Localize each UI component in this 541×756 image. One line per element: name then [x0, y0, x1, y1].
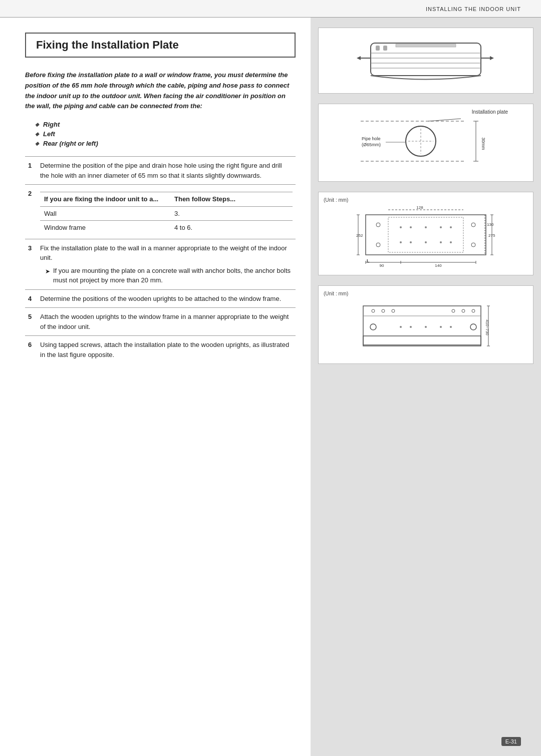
bullet-right: Right — [35, 121, 296, 128]
step-1-num: 1 — [25, 157, 37, 185]
diagram-2-svg: 30mm Pipe hole (Ø65mm) — [356, 111, 496, 176]
sub-row-wall: Wall 3. — [40, 206, 293, 221]
svg-text:252: 252 — [356, 233, 363, 238]
step-4-content: Determine the positions of the wooden up… — [37, 289, 296, 308]
diagram-1-box — [318, 28, 533, 94]
diagram-3-svg: 252 275 128 90 140 — [356, 205, 496, 270]
step-3-text: Fix the installation plate to the wall i… — [40, 244, 287, 262]
step-4-row: 4 Determine the positions of the wooden … — [25, 289, 296, 308]
bullet-left: Left — [35, 130, 296, 138]
step-2-num: 2 — [25, 185, 37, 239]
svg-point-28 — [471, 223, 475, 227]
step-6-content: Using tapped screws, attach the installa… — [37, 336, 296, 364]
svg-point-34 — [440, 226, 442, 228]
svg-rect-30 — [388, 217, 463, 252]
sub-cell-wall-value: 3. — [170, 206, 293, 221]
svg-text:Pipe hole: Pipe hole — [362, 136, 381, 141]
svg-point-32 — [410, 226, 412, 228]
step-2-content: If you are fixing the indoor unit to a..… — [37, 185, 296, 239]
svg-point-70 — [470, 324, 476, 330]
step-1-content: Determine the position of the pipe and d… — [37, 157, 296, 185]
svg-point-69 — [370, 324, 376, 330]
step-4-num: 4 — [25, 289, 37, 308]
sub-cell-window-value: 4 to 6. — [170, 221, 293, 235]
step-3-row: 3 Fix the installation plate to the wall… — [25, 239, 296, 289]
svg-text:L: L — [367, 258, 370, 263]
intro-text: Before fixing the installation plate to … — [25, 70, 296, 112]
svg-text:128: 128 — [416, 205, 423, 210]
step-3-num: 3 — [25, 239, 37, 289]
step-5-num: 5 — [25, 308, 37, 336]
header-bar: Installing the Indoor Unit — [0, 0, 541, 18]
bullet-rear: Rear (right or left) — [35, 140, 296, 147]
svg-point-63 — [372, 309, 375, 312]
svg-point-33 — [425, 226, 427, 228]
step-3-content: Fix the installation plate to the wall i… — [37, 239, 296, 289]
step-3-note: If you are mounting the plate on a concr… — [45, 266, 293, 285]
svg-point-40 — [450, 241, 452, 243]
steps-table: 1 Determine the position of the pipe and… — [25, 156, 296, 363]
step-2-table: If you are fixing the indoor unit to a..… — [40, 192, 293, 235]
diagram2-install-label: Installation plate — [472, 109, 508, 115]
step-6-row: 6 Using tapped screws, attach the instal… — [25, 336, 296, 364]
svg-point-29 — [471, 243, 475, 247]
svg-point-67 — [462, 309, 465, 312]
svg-point-39 — [440, 241, 442, 243]
svg-marker-11 — [490, 56, 494, 60]
svg-text:130: 130 — [487, 222, 494, 227]
svg-point-35 — [450, 226, 452, 228]
sub-cell-window-label: Window frame — [40, 221, 170, 235]
svg-point-37 — [410, 241, 412, 243]
page-title: Fixing the Installation Plate — [36, 39, 285, 52]
step-2-row: 2 If you are fixing the indoor unit to a… — [25, 185, 296, 239]
svg-point-36 — [400, 241, 402, 243]
diagram-4-svg: 410~730 — [356, 298, 496, 358]
diagram-4-box: (Unit : mm) — [318, 285, 533, 364]
diagram-3-box: (Unit : mm) — [318, 192, 533, 275]
svg-rect-7 — [396, 44, 456, 47]
right-column: Installation plate 30mm — [311, 18, 541, 756]
svg-rect-25 — [366, 215, 486, 255]
svg-point-31 — [400, 226, 402, 228]
sub-table-header: If you are fixing the indoor unit to a..… — [40, 192, 293, 207]
svg-text:90: 90 — [380, 263, 384, 268]
svg-point-26 — [376, 223, 380, 227]
svg-point-64 — [382, 309, 385, 312]
svg-marker-9 — [357, 56, 361, 60]
svg-point-38 — [425, 241, 427, 243]
svg-point-72 — [410, 326, 412, 328]
svg-rect-61 — [363, 306, 481, 346]
svg-rect-6 — [383, 46, 387, 51]
content-area: Fixing the Installation Plate Before fix… — [0, 18, 541, 756]
svg-point-66 — [452, 309, 455, 312]
svg-point-65 — [392, 309, 395, 312]
svg-text:(Ø65mm): (Ø65mm) — [362, 142, 381, 147]
svg-text:410~730: 410~730 — [485, 319, 489, 335]
section-title: Installing the Indoor Unit — [426, 6, 521, 12]
svg-text:275: 275 — [488, 233, 495, 238]
sub-cell-wall-label: Wall — [40, 206, 170, 221]
svg-rect-76 — [363, 336, 481, 345]
svg-point-71 — [400, 326, 402, 328]
svg-text:30mm: 30mm — [481, 137, 486, 150]
svg-point-73 — [425, 326, 427, 328]
left-column: Fixing the Installation Plate Before fix… — [0, 18, 311, 756]
step-6-num: 6 — [25, 336, 37, 364]
step-1-row: 1 Determine the position of the pipe and… — [25, 157, 296, 185]
diagram4-unit-label: (Unit : mm) — [324, 291, 528, 296]
svg-point-75 — [450, 326, 452, 328]
sub-header-right: Then follow Steps... — [170, 192, 293, 207]
step-5-content: Attach the wooden uprights to the window… — [37, 308, 296, 336]
bullet-list: Right Left Rear (right or left) — [35, 121, 296, 147]
step-5-row: 5 Attach the wooden uprights to the wind… — [25, 308, 296, 336]
sub-row-window: Window frame 4 to 6. — [40, 221, 293, 235]
sub-header-left: If you are fixing the indoor unit to a..… — [40, 192, 170, 207]
svg-rect-5 — [376, 46, 380, 51]
svg-point-74 — [440, 326, 442, 328]
svg-point-27 — [376, 243, 380, 247]
diagram3-unit-label: (Unit : mm) — [324, 197, 528, 203]
diagram-1-svg — [356, 33, 496, 88]
diagram-2-box: Installation plate 30mm — [318, 104, 533, 182]
svg-line-14 — [428, 119, 461, 121]
page-number: E-31 — [501, 737, 521, 746]
